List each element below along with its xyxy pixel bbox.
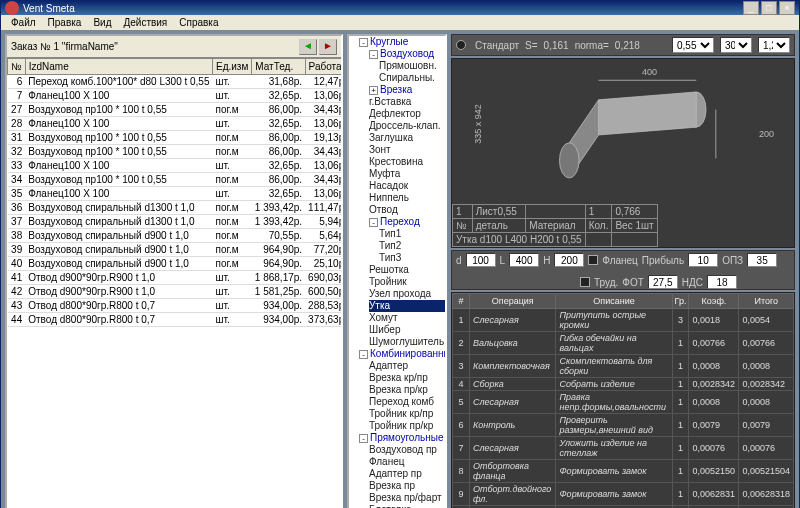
tree-item[interactable]: Дефлектор (369, 108, 445, 120)
tree-item[interactable]: Насадок (369, 180, 445, 192)
table-row[interactable]: 8Отбортовка фланцаФормировать замок10,00… (453, 460, 794, 483)
next-button[interactable]: ► (319, 39, 337, 55)
table-row[interactable]: 27Воздуховод пр100 * 100 t 0,55пог.м86,0… (8, 103, 342, 117)
fot-input[interactable] (648, 275, 678, 289)
tree-item[interactable]: Узел прохода (369, 288, 445, 300)
tree-item[interactable]: Адаптер (369, 360, 445, 372)
tree-item[interactable]: Врезка пр (369, 480, 445, 492)
maximize-button[interactable]: □ (761, 1, 777, 15)
table-row[interactable]: 37Воздуховод спиральный d1300 t 1,0пог.м… (8, 215, 342, 229)
table-row[interactable]: 28Фланец100 X 100шт.32,65р.13,06р. (8, 117, 342, 131)
table-row[interactable]: 41Отвод d900*90гр.R900 t 1,0шт.1 868,17р… (8, 271, 342, 285)
tree-expander-icon[interactable]: + (369, 86, 378, 95)
menu-file[interactable]: Файл (5, 15, 42, 30)
l-input[interactable] (509, 253, 539, 267)
tree-panel[interactable]: -Круглые-ВоздуховодПрямошовн.Спиральны.+… (347, 34, 447, 508)
tree-item[interactable]: Тройник (369, 276, 445, 288)
table-row[interactable]: 39Воздуховод спиральный d900 t 1,0пог.м9… (8, 243, 342, 257)
table-row[interactable]: 42Отвод d900*90гр.R900 t 1,0шт.1 581,25р… (8, 285, 342, 299)
tree-item[interactable]: Врезка пр/кр (369, 384, 445, 396)
nds-input[interactable] (707, 275, 737, 289)
tree-expander-icon[interactable]: - (369, 218, 378, 227)
menu-edit[interactable]: Правка (42, 15, 88, 30)
tree-item[interactable]: +Врезка (369, 84, 445, 96)
table-row[interactable]: 33Фланец100 X 100шт.32,65р.13,06р. (8, 159, 342, 173)
table-row[interactable]: 6КонтрольПроверить размеры,внешний вид10… (453, 414, 794, 437)
opz-input[interactable] (747, 253, 777, 267)
tree-item[interactable]: Муфта (369, 168, 445, 180)
table-row[interactable]: 35Фланец100 X 100шт.32,65р.13,06р. (8, 187, 342, 201)
table-row[interactable]: 7Фланец100 X 100шт.32,65р.13,06р. (8, 89, 342, 103)
tree-expander-icon[interactable]: - (359, 38, 368, 47)
tree-item[interactable]: Врезка кр/пр (369, 372, 445, 384)
tree-item[interactable]: -Прямоугольные (359, 432, 445, 444)
table-row[interactable]: 31Воздуховод пр100 * 100 t 0,55пог.м86,0… (8, 131, 342, 145)
tree-item[interactable]: Отвод (369, 204, 445, 216)
tree-item[interactable]: -Переход (369, 216, 445, 228)
tree-item[interactable]: Г.вставка (369, 504, 445, 508)
drawing-viewport[interactable]: 400 335 x 942 200 1Лист0,5510,766 №детал… (451, 58, 795, 248)
table-row[interactable]: 36Воздуховод спиральный d1300 t 1,0пог.м… (8, 201, 342, 215)
profit-input[interactable] (688, 253, 718, 267)
prev-button[interactable]: ◄ (299, 39, 317, 55)
tree-item[interactable]: Шумоглушитель (369, 336, 445, 348)
tree-expander-icon[interactable]: - (369, 50, 378, 59)
table-row[interactable]: 4СборкаСобрать изделие10,00283420,002834… (453, 378, 794, 391)
combo3[interactable]: 1,2 (758, 37, 790, 53)
tree-item[interactable]: Тип2 (379, 240, 445, 252)
tree-item[interactable]: Утка (369, 300, 445, 312)
combo2[interactable]: 30 (720, 37, 752, 53)
tree-item[interactable]: Шибер (369, 324, 445, 336)
tree-item[interactable]: -Круглые (359, 36, 445, 48)
col-header[interactable]: Работа (305, 59, 341, 75)
tree-item[interactable]: Переход комб (369, 396, 445, 408)
standard-radio[interactable] (456, 40, 466, 50)
table-row[interactable]: 7СлесарнаяУложить изделие на стеллаж10,0… (453, 437, 794, 460)
tree-item[interactable]: Тройник кр/пр (369, 408, 445, 420)
tree-item[interactable]: Спиральны. (379, 72, 445, 84)
d-input[interactable] (466, 253, 496, 267)
order-table[interactable]: №IzdNameЕд.измМатТед.Работа 6Переход ком… (7, 58, 341, 508)
col-header[interactable]: Коэф. (689, 294, 739, 309)
tree-item[interactable]: Заглушка (369, 132, 445, 144)
close-button[interactable]: × (779, 1, 795, 15)
tree-item[interactable]: Прямошовн. (379, 60, 445, 72)
table-row[interactable]: 6Переход комб.100*100* d80 L300 t 0,55шт… (8, 75, 342, 89)
tree-item[interactable]: -Комбинированные (359, 348, 445, 360)
operations-table[interactable]: #ОперацияОписаниеГр.Коэф.Итого 1Слесарна… (451, 292, 795, 508)
menu-help[interactable]: Справка (173, 15, 224, 30)
tree-item[interactable]: Тип3 (379, 252, 445, 264)
col-header[interactable]: Гр. (672, 294, 689, 309)
table-row[interactable]: 9Отборт.двойного фл.Формировать замок10,… (453, 483, 794, 506)
tree-item[interactable]: Зонт (369, 144, 445, 156)
tree-item[interactable]: г.Вставка (369, 96, 445, 108)
col-header[interactable]: Ед.изм (212, 59, 251, 75)
tree-expander-icon[interactable]: - (359, 434, 368, 443)
tree-item[interactable]: Хомут (369, 312, 445, 324)
minimize-button[interactable]: _ (743, 1, 759, 15)
col-header[interactable]: IzdName (25, 59, 212, 75)
col-header[interactable]: Описание (556, 294, 672, 309)
table-row[interactable]: 44Отвод d800*90гр.R800 t 0,7шт.934,00р.3… (8, 313, 342, 327)
thickness-select[interactable]: 0,55 (672, 37, 714, 53)
h-input[interactable] (554, 253, 584, 267)
table-row[interactable]: 3КомплектовочнаяСкомплектовать для сборк… (453, 355, 794, 378)
tree-item[interactable]: Адаптер пр (369, 468, 445, 480)
table-row[interactable]: 32Воздуховод пр100 * 100 t 0,55пог.м86,0… (8, 145, 342, 159)
tree-item[interactable]: Ниппель (369, 192, 445, 204)
table-row[interactable]: 5СлесарнаяПравка непр.формы,овальности10… (453, 391, 794, 414)
col-header[interactable]: № (8, 59, 26, 75)
tree-item[interactable]: Тип1 (379, 228, 445, 240)
table-row[interactable]: 38Воздуховод спиральный d900 t 1,0пог.м7… (8, 229, 342, 243)
table-row[interactable]: 2ВальцовкаГибка обечайки на вальцах10,00… (453, 332, 794, 355)
tree-item[interactable]: -Воздуховод (369, 48, 445, 60)
menu-view[interactable]: Вид (87, 15, 117, 30)
col-header[interactable]: Операция (470, 294, 556, 309)
flange-check[interactable] (588, 255, 598, 265)
col-header[interactable]: # (453, 294, 470, 309)
table-row[interactable]: 34Воздуховод пр100 * 100 t 0,55пог.м86,0… (8, 173, 342, 187)
menu-actions[interactable]: Действия (117, 15, 173, 30)
tree-item[interactable]: Врезка пр/фарт (369, 492, 445, 504)
col-header[interactable]: МатТед. (252, 59, 305, 75)
tree-item[interactable]: Дроссель-клап. (369, 120, 445, 132)
